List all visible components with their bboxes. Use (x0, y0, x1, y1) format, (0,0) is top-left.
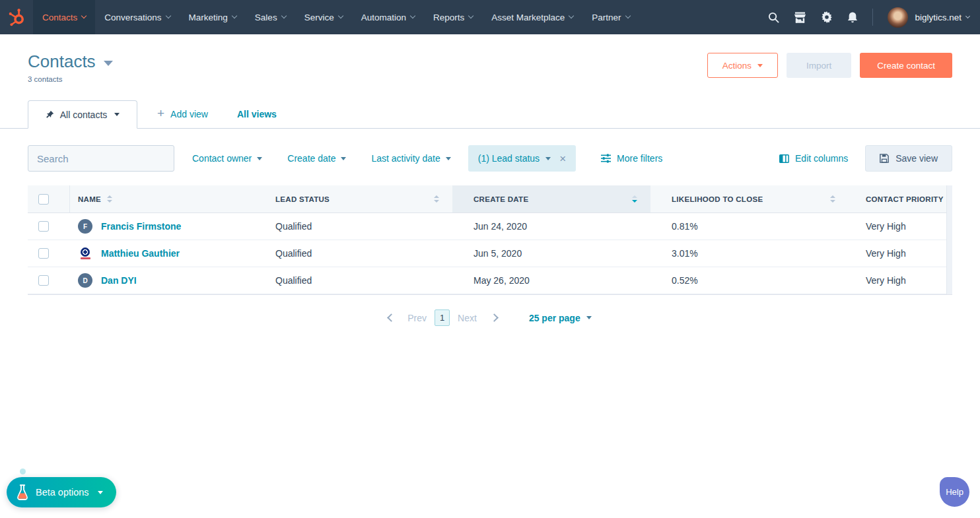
nav-item-asset-marketplace[interactable]: Asset Marketplace (482, 0, 582, 34)
marketplace-icon[interactable] (794, 12, 806, 23)
create-contact-button[interactable]: Create contact (860, 53, 952, 78)
prev-page-chevron-icon[interactable] (387, 313, 396, 322)
table-scrollbar[interactable] (946, 185, 952, 294)
next-page-button[interactable]: Next (458, 313, 477, 323)
column-label: LEAD STATUS (275, 195, 330, 203)
tab-all-contacts[interactable]: All contacts (28, 100, 137, 129)
filter-contact-owner[interactable]: Contact owner (192, 153, 262, 164)
filter-last-activity-date[interactable]: Last activity date (371, 153, 450, 164)
column-header-likelihood-to-close[interactable]: LIKELIHOOD TO CLOSE (650, 185, 849, 212)
top-navigation: Contacts Conversations Marketing Sales S… (0, 0, 980, 34)
filter-label: Contact owner (192, 153, 252, 164)
per-page-label: 25 per page (529, 313, 580, 323)
settings-icon[interactable] (821, 11, 833, 23)
nav-item-service[interactable]: Service (295, 0, 352, 34)
search-icon[interactable] (768, 12, 779, 23)
lead-status-cell: Qualified (254, 267, 452, 294)
row-select-cell (28, 213, 70, 240)
save-view-button[interactable]: Save view (865, 145, 952, 172)
edit-columns-button[interactable]: Edit columns (779, 153, 848, 164)
likelihood-cell: 0.81% (650, 213, 849, 240)
save-view-label: Save view (895, 153, 938, 164)
prev-page-button[interactable]: Prev (407, 313, 427, 323)
page-title: Contacts (28, 51, 96, 72)
table-header-row: NAME LEAD STATUS CREATE DATE LIKELIHOOD … (28, 185, 952, 213)
search-box (28, 145, 174, 172)
chevron-down-icon (81, 13, 87, 18)
row-checkbox[interactable] (38, 248, 49, 259)
nav-item-label: Sales (255, 13, 277, 22)
row-checkbox[interactable] (38, 221, 49, 232)
table-row: F Francis Firmstone Qualified Jun 24, 20… (28, 213, 952, 240)
column-header-contact-priority[interactable]: CONTACT PRIORITY (849, 185, 952, 212)
filter-lead-status-active[interactable]: (1) Lead status × (468, 145, 576, 172)
sort-icon[interactable] (830, 195, 835, 203)
add-view-button[interactable]: + Add view (157, 108, 208, 121)
create-date-cell: May 26, 2020 (452, 267, 650, 294)
actions-button[interactable]: Actions (707, 53, 778, 78)
per-page-dropdown[interactable]: 25 per page (529, 313, 592, 323)
page-title-dropdown[interactable]: Contacts (28, 51, 113, 72)
import-label: Import (806, 61, 831, 71)
chevron-down-icon (257, 157, 262, 160)
import-button[interactable]: Import (787, 53, 851, 78)
nav-utilities: biglytics.net (768, 0, 980, 34)
row-checkbox[interactable] (38, 275, 49, 286)
chevron-down-icon (104, 61, 113, 66)
account-menu[interactable]: biglytics.net (888, 7, 969, 28)
more-filters-button[interactable]: More filters (601, 153, 662, 164)
nav-item-partner[interactable]: Partner (582, 0, 639, 34)
nav-item-reports[interactable]: Reports (424, 0, 482, 34)
chevron-down-icon (98, 491, 103, 494)
nav-item-label: Reports (433, 13, 464, 22)
next-page-chevron-icon[interactable] (490, 313, 499, 322)
remove-filter-icon[interactable]: × (559, 153, 566, 164)
name-cell: Matthieu Gauthier (70, 240, 254, 267)
chevron-down-icon (337, 13, 343, 18)
pagination: Prev 1 Next 25 per page (28, 309, 952, 326)
priority-cell: Very High (849, 240, 952, 267)
select-all-checkbox[interactable] (38, 194, 49, 205)
edit-columns-label: Edit columns (795, 153, 848, 164)
chevron-down-icon (232, 13, 237, 18)
nav-item-sales[interactable]: Sales (246, 0, 295, 34)
name-cell: D Dan DYI (70, 267, 254, 294)
hubspot-logo[interactable] (0, 0, 33, 34)
nav-divider (872, 9, 873, 26)
help-button[interactable]: Help (940, 477, 969, 507)
actions-label: Actions (722, 61, 752, 71)
nav-item-conversations[interactable]: Conversations (95, 0, 179, 34)
name-cell: F Francis Firmstone (70, 213, 254, 240)
nav-item-label: Service (304, 13, 334, 22)
priority-cell: Very High (849, 267, 952, 294)
lead-status-cell: Qualified (254, 213, 452, 240)
chevron-down-icon (410, 13, 415, 18)
contact-name-link[interactable]: Dan DYI (101, 275, 137, 286)
contact-name-link[interactable]: Matthieu Gauthier (101, 248, 180, 259)
nav-item-contacts[interactable]: Contacts (33, 0, 95, 34)
nav-item-marketing[interactable]: Marketing (180, 0, 246, 34)
chevron-down-icon (625, 13, 630, 18)
sort-icon[interactable] (107, 195, 112, 203)
column-header-lead-status[interactable]: LEAD STATUS (254, 185, 452, 212)
chevron-down-icon (114, 113, 120, 116)
plus-icon: + (157, 106, 164, 121)
all-views-link[interactable]: All views (237, 109, 277, 119)
header-actions: Actions Import Create contact (707, 53, 952, 78)
notifications-icon[interactable] (847, 11, 858, 24)
filter-create-date[interactable]: Create date (287, 153, 346, 164)
contacts-table: NAME LEAD STATUS CREATE DATE LIKELIHOOD … (28, 185, 952, 295)
beta-options-button[interactable]: Beta options (7, 477, 116, 507)
beta-options-label: Beta options (36, 487, 89, 498)
filter-label: Create date (287, 153, 335, 164)
sort-descending-icon[interactable] (632, 195, 637, 203)
nav-item-automation[interactable]: Automation (352, 0, 424, 34)
filter-bar: Contact owner Create date Last activity … (28, 145, 952, 172)
hubspot-sprocket-icon (8, 8, 26, 26)
search-input[interactable] (37, 153, 168, 164)
current-page-button[interactable]: 1 (435, 309, 450, 326)
column-header-name[interactable]: NAME (70, 185, 254, 212)
contact-name-link[interactable]: Francis Firmstone (101, 221, 181, 232)
sort-icon[interactable] (434, 195, 439, 203)
column-header-create-date[interactable]: CREATE DATE (452, 185, 650, 212)
